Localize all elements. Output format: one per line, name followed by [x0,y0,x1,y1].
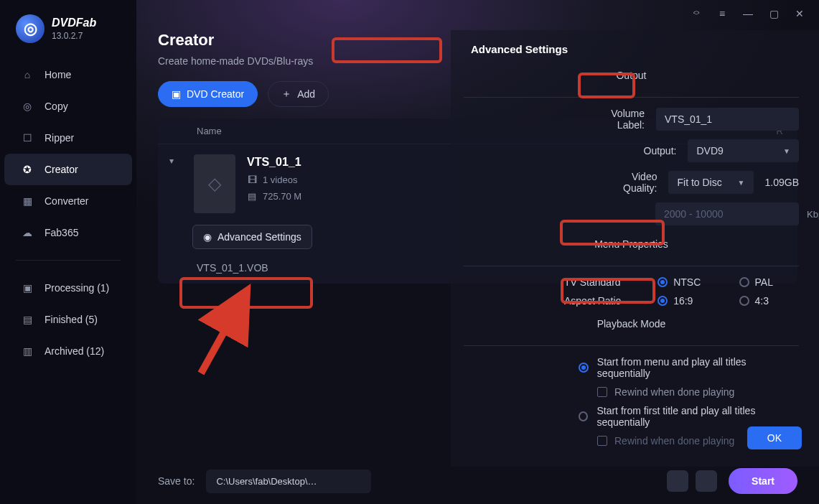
sidebar-item-label: Archived (12) [45,345,104,357]
thumbnail: ◇ [194,154,235,213]
aspect-43-option[interactable]: 4:3 [739,295,799,307]
output-chip-2[interactable] [696,470,717,492]
sidebar-item-copy[interactable]: ◎ Copy [4,90,132,122]
select-value: DVD9 [696,145,723,157]
button-label: Add [297,88,315,100]
video-quality-select[interactable]: Fit to Disc ▼ [668,171,753,194]
item-videos: 1 videos [263,174,297,185]
bottom-bar: Save to: Start [158,468,797,494]
aspect-ratio-label: Aspect Ratio [564,295,636,307]
add-button[interactable]: ＋ Add [268,81,329,107]
processing-icon: ▣ [20,281,34,295]
output-chip-1[interactable] [667,470,688,492]
app-logo-icon: ◎ [16,14,45,43]
cloud-icon: ☁ [20,225,34,240]
ok-button[interactable]: OK [747,426,802,449]
output-select[interactable]: DVD9 ▼ [688,139,799,162]
brand-name: DVDFab [52,17,96,29]
tv-pal-option[interactable]: PAL [739,276,799,288]
sidebar-item-creator[interactable]: ✪ Creator [4,154,132,185]
sidebar-item-home[interactable]: ⌂ Home [4,59,132,90]
file-icon: ▤ [247,192,257,202]
checkbox-icon [597,436,607,446]
logo-row: ◎ DVDFab 13.0.2.7 [0,14,136,59]
grid-icon: ▦ [20,194,34,208]
sidebar-divider [16,260,121,261]
archived-icon: ▥ [20,344,34,358]
rewind-checkbox-1[interactable]: Rewind when done playing [579,386,799,398]
save-path-input[interactable] [206,470,371,493]
radio-icon [739,296,749,306]
chevron-down-icon: ▼ [738,179,745,187]
sidebar-item-label: Converter [45,195,88,207]
radio-icon [579,411,588,421]
dvd-creator-button[interactable]: ▣ DVD Creator [158,81,258,107]
menu-icon[interactable]: ≡ [716,7,729,20]
tv-ntsc-option[interactable]: NTSC [657,276,717,288]
sub-filename: VTS_01_1.VOB [172,262,268,274]
start-button[interactable]: Start [729,468,797,494]
plus-icon: ＋ [281,88,291,101]
aspect-169-option[interactable]: 16:9 [657,295,717,307]
sidebar-item-fab365[interactable]: ☁ Fab365 [4,217,132,248]
sidebar-item-label: Home [45,69,71,80]
advanced-settings-panel: Advanced Settings Output Volume Label: O… [451,30,819,467]
output-label: Output: [607,145,676,157]
gear-icon: ◉ [203,231,212,243]
save-to-label: Save to: [158,475,195,487]
section-menu-title: Menu Properties [584,235,678,253]
radio-icon [657,277,668,287]
sidebar-item-label: Fab365 [45,227,78,238]
creator-icon: ▣ [172,88,181,100]
maximize-icon[interactable]: ▢ [767,7,780,20]
sidebar-item-label: Copy [45,101,68,112]
radio-icon [579,363,589,373]
video-quality-label: Video Quality: [607,171,657,194]
home-icon: ⌂ [20,67,34,82]
panel-title: Advanced Settings [464,37,575,61]
sidebar-item-processing[interactable]: ▣ Processing (1) [4,272,132,304]
close-icon[interactable]: ✕ [793,7,806,20]
main-area: ⌔ ≡ — ▢ ✕ Creator Create home-made DVDs/… [136,0,819,504]
sidebar-item-label: Processing (1) [45,282,109,294]
volume-label: Volume Label: [607,108,645,131]
item-size: 725.70 M [263,191,301,202]
box-icon: ☐ [20,131,34,145]
sidebar-item-label: Ripper [45,132,74,144]
advanced-settings-button[interactable]: ◉ Advanced Settings [192,225,312,249]
caret-down-icon[interactable]: ▾ [169,154,182,213]
button-label: Advanced Settings [217,231,301,243]
playback-from-first-option[interactable]: Start from first title and play all titl… [579,405,799,428]
sidebar-item-finished[interactable]: ▤ Finished (5) [4,304,132,335]
volume-label-input[interactable] [656,108,799,131]
sidebar-item-converter[interactable]: ▦ Converter [4,185,132,217]
shirt-icon[interactable]: ⌔ [690,7,703,20]
button-label: DVD Creator [187,88,244,100]
sidebar-item-label: Creator [45,164,78,175]
output-size: 1.09GB [765,177,799,188]
playback-from-menu-option[interactable]: Start from menu and play all titles sequ… [579,356,799,379]
section-output-title: Output [606,67,656,84]
kbps-unit: Kbps [798,209,819,220]
checkbox-icon [597,387,607,397]
flame-icon: ✪ [20,162,34,177]
finished-icon: ▤ [20,312,34,327]
brand-version: 13.0.2.7 [52,31,96,41]
sidebar-item-label: Finished (5) [45,314,98,325]
bitrate-input[interactable] [655,202,798,225]
radio-icon [739,277,749,287]
sidebar-item-ripper[interactable]: ☐ Ripper [4,122,132,154]
minimize-icon[interactable]: — [741,7,754,20]
sidebar: ◎ DVDFab 13.0.2.7 ⌂ Home ◎ Copy ☐ Ripper… [0,0,136,504]
film-icon: 🎞 [247,175,257,185]
disc-icon: ◎ [20,99,34,113]
tv-standard-label: TV Standard [564,276,636,288]
bitrate-input-wrap: Kbps [655,202,799,225]
titlebar: ⌔ ≡ — ▢ ✕ [136,0,819,27]
sidebar-item-archived[interactable]: ▥ Archived (12) [4,335,132,367]
select-value: Fit to Disc [677,177,721,188]
radio-icon [657,296,668,306]
item-title: VTS_01_1 [247,156,301,169]
chevron-down-icon: ▼ [783,147,790,155]
section-playback-title: Playback Mode [587,315,676,332]
